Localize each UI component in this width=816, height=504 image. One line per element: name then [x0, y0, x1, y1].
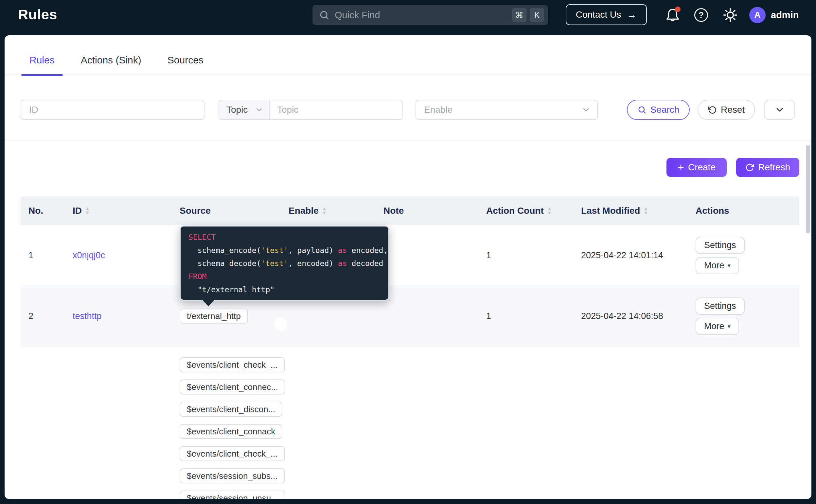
column-header-source: Source	[172, 206, 281, 216]
username[interactable]: admin	[771, 10, 799, 21]
sql-tooltip-code: SELECT schema_encode('test', payload) as…	[188, 231, 381, 296]
column-header-action-count: Action Count ▲▼	[478, 206, 573, 216]
id-filter-input[interactable]	[21, 100, 205, 120]
filter-section-divider	[5, 140, 811, 141]
sort-icon[interactable]: ▲▼	[547, 207, 552, 215]
chevron-down-icon	[774, 105, 785, 115]
table-row: $events/client_check_...$events/client_c…	[21, 346, 799, 499]
column-header-enable: Enable ▲▼	[281, 206, 376, 216]
topic-tag: $events/client_check_...	[179, 357, 285, 372]
sort-icon[interactable]: ▲▼	[322, 207, 327, 215]
topic-tag: $events/client_discon...	[179, 402, 282, 417]
sql-code-line: FROM	[188, 270, 381, 283]
search-button-label: Search	[651, 105, 680, 115]
topic-tag: $events/client_check_...	[179, 446, 285, 461]
help-button[interactable]: ?	[694, 8, 708, 22]
search-icon	[638, 105, 647, 114]
row3-source-tags: $events/client_check_...$events/client_c…	[172, 346, 281, 499]
table-row: 2 testhttp t/external_http 1 2025-04-22 …	[21, 286, 799, 346]
cell-actions: Settings More▾	[688, 297, 799, 335]
rule-id-link[interactable]: testhttp	[65, 311, 172, 321]
topic-tag: $events/client_connec...	[179, 379, 285, 395]
k-key-badge: K	[530, 8, 544, 22]
scrollbar-thumb[interactable]	[806, 145, 810, 233]
rules-panel: Rules Actions (Sink) Sources Topic Enabl…	[5, 35, 811, 499]
question-icon: ?	[699, 10, 704, 20]
enable-select-placeholder: Enable	[424, 105, 452, 115]
refresh-icon	[745, 163, 754, 172]
search-icon	[319, 10, 330, 20]
enable-filter-select[interactable]: Enable	[416, 100, 598, 120]
reset-button[interactable]: Reset	[698, 100, 755, 120]
cell-action-count: 1	[478, 250, 573, 260]
sort-icon[interactable]: ▲▼	[85, 207, 90, 215]
tab-rules[interactable]: Rules	[21, 35, 63, 75]
cell-last-modified: 2025-04-22 14:01:14	[573, 250, 688, 260]
column-header-id: ID ▲▼	[65, 206, 172, 216]
notifications-button[interactable]	[664, 7, 681, 24]
quick-find-search[interactable]: Quick Find ⌘ K	[313, 5, 548, 25]
cell-no: 1	[21, 250, 65, 260]
settings-button[interactable]	[722, 7, 739, 24]
settings-row-button[interactable]: Settings	[696, 237, 745, 254]
topic-filter-group: Topic	[219, 100, 403, 120]
avatar-initial: A	[754, 10, 761, 20]
cell-last-modified: 2025-04-22 14:06:58	[573, 311, 688, 321]
more-row-button[interactable]: More▾	[696, 257, 739, 274]
refresh-button-label: Refresh	[758, 162, 790, 173]
plus-icon: +	[678, 161, 684, 173]
sql-code-line: "t/external_http"	[188, 283, 381, 296]
notification-dot	[675, 7, 681, 12]
sql-tooltip: SELECT schema_encode('test', payload) as…	[179, 226, 389, 301]
topic-tag: $events/session_subs...	[179, 468, 285, 483]
cmd-key-badge: ⌘	[512, 8, 526, 22]
caret-down-icon: ▾	[728, 262, 731, 269]
settings-row-button[interactable]: Settings	[696, 297, 745, 315]
caret-down-icon: ▾	[728, 323, 731, 330]
sql-code-line: SELECT	[188, 231, 381, 244]
create-button-label: Create	[688, 162, 716, 173]
cell-actions: Settings More▾	[688, 237, 799, 274]
contact-us-button[interactable]: Contact Us →	[566, 4, 647, 25]
more-row-button[interactable]: More▾	[696, 318, 739, 335]
reset-icon	[708, 106, 717, 114]
topic-tag: $events/session_unsu...	[179, 491, 285, 499]
gear-icon	[722, 7, 739, 24]
top-navigation-bar: Rules Quick Find ⌘ K Contact Us → ? A ad…	[0, 0, 816, 30]
topic-select-value: Topic	[227, 105, 248, 115]
sql-code-line: schema_decode('test', encoded) as decode…	[188, 257, 381, 270]
arrow-right-icon: →	[627, 10, 637, 20]
topic-filter-input[interactable]	[270, 100, 402, 119]
avatar[interactable]: A	[749, 7, 766, 23]
topic-filter-select[interactable]: Topic	[219, 100, 270, 119]
rules-table: No. ID ▲▼ Source Enable ▲▼ Note Action C…	[21, 196, 799, 499]
contact-us-label: Contact Us	[576, 9, 621, 20]
cell-source: t/external_http	[172, 309, 281, 324]
chevron-down-icon	[255, 106, 264, 114]
quick-find-placeholder: Quick Find	[335, 10, 509, 21]
rule-id-link[interactable]: x0njqj0c	[65, 250, 172, 260]
sort-icon[interactable]: ▲▼	[643, 207, 648, 215]
sql-code-line: schema_encode('test', payload) as encode…	[188, 244, 381, 257]
tab-actions-sink[interactable]: Actions (Sink)	[73, 35, 149, 75]
create-button[interactable]: + Create	[667, 158, 727, 177]
column-header-last-modified: Last Modified ▲▼	[573, 206, 688, 216]
search-button[interactable]: Search	[627, 100, 690, 120]
topic-tag: $events/client_connack	[179, 424, 282, 439]
tab-bar: Rules Actions (Sink) Sources	[5, 35, 811, 75]
chevron-down-icon	[581, 105, 590, 114]
cell-action-count: 1	[478, 311, 573, 321]
tab-sources[interactable]: Sources	[159, 35, 212, 75]
cell-no: 2	[21, 311, 65, 321]
reset-button-label: Reset	[721, 105, 745, 115]
table-row: 1 x0njqj0c 1 2025-04-22 14:01:14 Setting…	[21, 225, 799, 286]
column-header-no: No.	[21, 206, 65, 216]
topic-tag: t/external_http	[179, 309, 248, 324]
column-header-actions: Actions	[688, 206, 799, 216]
column-header-note: Note	[376, 206, 478, 216]
refresh-button[interactable]: Refresh	[736, 158, 799, 177]
table-header-row: No. ID ▲▼ Source Enable ▲▼ Note Action C…	[21, 196, 799, 225]
collapse-filters-button[interactable]	[764, 100, 795, 120]
page-title: Rules	[18, 7, 57, 23]
